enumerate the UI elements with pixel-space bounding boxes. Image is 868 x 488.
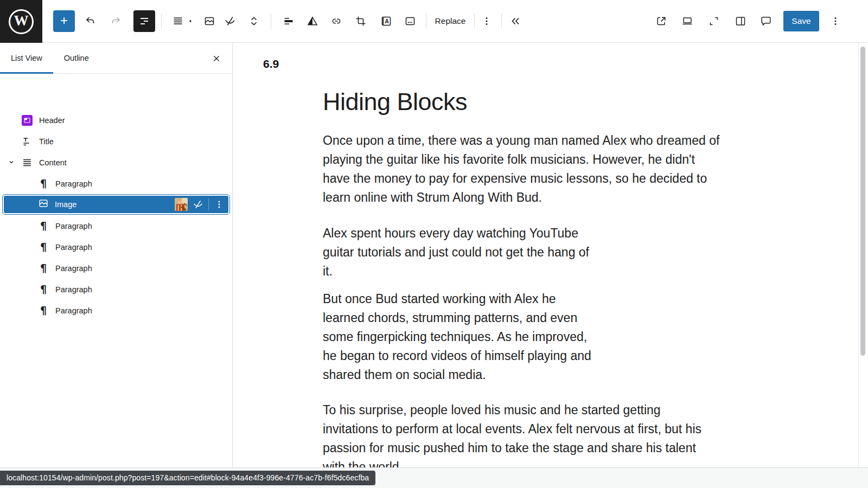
caption-button[interactable] bbox=[399, 10, 421, 32]
wordpress-w-icon: W bbox=[9, 9, 34, 34]
close-list-view-button[interactable] bbox=[208, 50, 225, 67]
undo-button[interactable] bbox=[79, 10, 101, 32]
fullscreen-button[interactable] bbox=[703, 10, 725, 32]
replace-button[interactable]: Replace bbox=[430, 10, 470, 32]
link-button[interactable] bbox=[326, 10, 347, 32]
toolbar-separator bbox=[474, 14, 475, 29]
image-thumbnail bbox=[175, 198, 188, 211]
collapse-toolbar-button[interactable] bbox=[505, 10, 526, 32]
laptop-icon bbox=[681, 15, 694, 28]
block-options-button[interactable] bbox=[476, 10, 497, 32]
paragraph-block[interactable]: But once Bud started working with Alex h… bbox=[323, 290, 757, 384]
list-item-paragraph[interactable]: ¶ Paragraph bbox=[0, 300, 233, 321]
list-view-toggle-button[interactable] bbox=[133, 10, 155, 32]
toolbar-separator bbox=[501, 14, 502, 29]
image-block-breadcrumb-button[interactable] bbox=[199, 10, 220, 32]
paragraph-icon: ¶ bbox=[37, 304, 50, 317]
settings-sidebar-button[interactable] bbox=[730, 10, 751, 32]
view-post-button[interactable] bbox=[650, 10, 672, 32]
comments-button[interactable] bbox=[755, 10, 777, 32]
crop-button[interactable] bbox=[350, 10, 372, 32]
content-block-icon bbox=[171, 15, 184, 28]
block-label: Title bbox=[39, 137, 54, 146]
vertical-ellipsis-icon bbox=[480, 15, 493, 28]
list-item-content[interactable]: Content bbox=[0, 152, 233, 173]
paragraph-icon: ¶ bbox=[37, 283, 50, 296]
block-label: Paragraph bbox=[55, 179, 92, 188]
paragraph-icon: ¶ bbox=[37, 262, 50, 275]
toolbar-separator bbox=[271, 14, 271, 29]
block-hidden-indicator-button[interactable] bbox=[219, 10, 241, 32]
toolbar-separator bbox=[426, 14, 426, 29]
double-chevron-left-icon bbox=[509, 15, 522, 28]
post-title[interactable]: Hiding Blocks bbox=[323, 88, 467, 116]
paragraph-icon: ¶ bbox=[37, 220, 50, 233]
move-up-down-icon bbox=[247, 15, 260, 28]
duotone-filter-button[interactable] bbox=[302, 10, 323, 32]
block-label: Header bbox=[39, 116, 65, 125]
align-icon bbox=[282, 15, 295, 28]
block-label: Paragraph bbox=[55, 264, 92, 273]
block-options-icon[interactable] bbox=[213, 198, 225, 210]
list-view-sidebar: List View Outline Header bbox=[0, 43, 233, 467]
paragraph-block[interactable]: Alex spent hours every day watching YouT… bbox=[323, 224, 757, 281]
hidden-eye-icon[interactable] bbox=[192, 198, 204, 210]
redo-button[interactable] bbox=[105, 10, 127, 32]
block-label: Paragraph bbox=[55, 306, 92, 315]
parent-content-block-button[interactable] bbox=[167, 10, 189, 32]
paragraph-icon: ¶ bbox=[37, 241, 50, 254]
block-inserter-button[interactable]: + bbox=[53, 10, 75, 32]
block-mover-button[interactable] bbox=[243, 10, 265, 32]
tab-list-view[interactable]: List View bbox=[0, 43, 53, 73]
wordpress-logo[interactable]: W bbox=[0, 0, 42, 43]
preview-device-button[interactable] bbox=[676, 10, 698, 32]
image-block-icon bbox=[203, 15, 216, 28]
external-link-icon bbox=[655, 15, 668, 28]
tab-outline[interactable]: Outline bbox=[53, 43, 100, 73]
save-button[interactable]: Save bbox=[783, 11, 819, 31]
paragraph-block[interactable]: Once upon a time, there was a young man … bbox=[323, 131, 757, 207]
list-item-header[interactable]: Header bbox=[0, 110, 233, 131]
undo-icon bbox=[84, 15, 97, 28]
close-icon bbox=[210, 53, 222, 65]
list-item-image-selected[interactable]: Image bbox=[2, 194, 230, 215]
row-separator bbox=[208, 198, 209, 210]
vertical-ellipsis-icon bbox=[829, 15, 842, 28]
list-view-icon bbox=[138, 15, 151, 28]
link-icon bbox=[330, 15, 343, 28]
list-view-header: List View Outline bbox=[0, 43, 232, 74]
collapse-chevron-icon[interactable] bbox=[5, 156, 17, 168]
block-label: Image bbox=[55, 200, 76, 209]
list-item-paragraph[interactable]: ¶ Paragraph bbox=[0, 236, 233, 258]
block-label: Paragraph bbox=[55, 285, 92, 294]
duotone-triangle-icon bbox=[306, 15, 319, 28]
header-template-part-icon bbox=[21, 114, 34, 127]
align-button[interactable] bbox=[278, 10, 299, 32]
list-item-paragraph[interactable]: ¶ Paragraph bbox=[0, 173, 233, 194]
block-label: Paragraph bbox=[55, 222, 92, 230]
plus-icon: + bbox=[60, 14, 68, 27]
text-over-image-icon: A bbox=[380, 15, 393, 28]
block-label: Content bbox=[39, 158, 67, 167]
browser-status-url: localhost:10154/wp-admin/post.php?post=1… bbox=[0, 471, 375, 485]
block-label: Paragraph bbox=[55, 243, 92, 252]
canvas-scrollbar-thumb[interactable] bbox=[860, 47, 865, 356]
list-item-title[interactable]: Title bbox=[0, 131, 233, 152]
wordpress-block-editor: W + bbox=[0, 0, 868, 488]
text-over-image-button[interactable]: A bbox=[375, 10, 397, 32]
hidden-eye-icon bbox=[224, 15, 237, 28]
list-item-paragraph[interactable]: ¶ Paragraph bbox=[0, 215, 233, 236]
caption-icon bbox=[404, 15, 417, 28]
editor-options-button[interactable] bbox=[825, 10, 846, 32]
list-item-paragraph[interactable]: ¶ Paragraph bbox=[0, 279, 233, 300]
comment-bubble-icon bbox=[760, 15, 773, 28]
breadcrumb-dot bbox=[188, 19, 193, 23]
page-number: 6.9 bbox=[263, 57, 279, 70]
redo-icon bbox=[110, 15, 123, 28]
title-block-icon bbox=[21, 135, 34, 148]
sidebar-panel-icon bbox=[734, 15, 747, 28]
image-block-icon bbox=[37, 197, 49, 211]
content-block-icon bbox=[21, 156, 34, 169]
paragraph-block[interactable]: To his surprise, people loved his music … bbox=[323, 401, 757, 467]
list-item-paragraph[interactable]: ¶ Paragraph bbox=[0, 258, 233, 279]
